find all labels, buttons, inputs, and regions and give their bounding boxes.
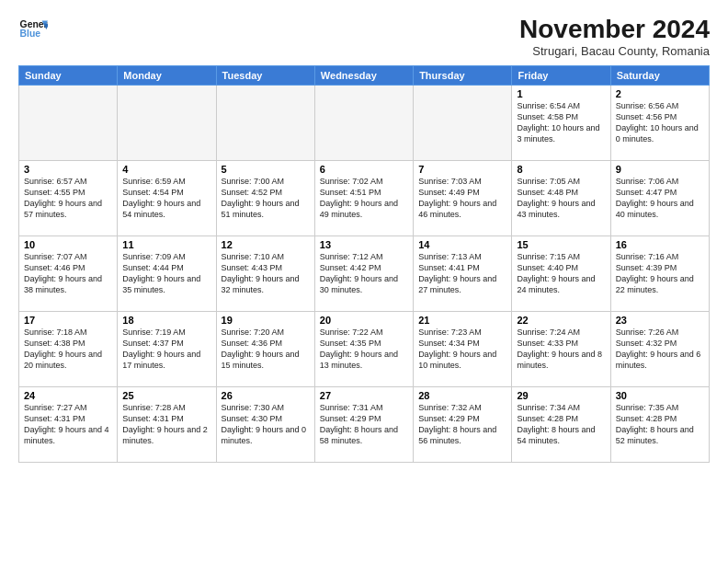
table-row [118,86,216,161]
svg-text:Blue: Blue [20,29,41,39]
table-row: 1Sunrise: 6:54 AMSunset: 4:58 PMDaylight… [512,86,610,161]
header: General Blue November 2024 Strugari, Bac… [18,15,710,58]
day-info: Sunrise: 7:32 AMSunset: 4:29 PMDaylight:… [418,402,506,447]
table-row [414,86,512,161]
col-tuesday: Tuesday [216,66,314,86]
table-row: 26Sunrise: 7:30 AMSunset: 4:30 PMDayligh… [216,387,314,463]
table-row: 8Sunrise: 7:05 AMSunset: 4:48 PMDaylight… [512,161,610,236]
day-number: 30 [616,390,704,401]
day-info: Sunrise: 7:07 AMSunset: 4:46 PMDaylight:… [24,251,112,296]
day-info: Sunrise: 7:28 AMSunset: 4:31 PMDaylight:… [122,402,210,447]
table-row: 22Sunrise: 7:24 AMSunset: 4:33 PMDayligh… [512,312,610,387]
calendar-week-4: 17Sunrise: 7:18 AMSunset: 4:38 PMDayligh… [19,312,710,387]
calendar-header-row: Sunday Monday Tuesday Wednesday Thursday… [19,66,710,86]
day-info: Sunrise: 7:03 AMSunset: 4:49 PMDaylight:… [418,176,506,221]
col-wednesday: Wednesday [314,66,413,86]
calendar-week-1: 1Sunrise: 6:54 AMSunset: 4:58 PMDaylight… [19,86,710,161]
table-row: 12Sunrise: 7:10 AMSunset: 4:43 PMDayligh… [216,236,314,312]
calendar: Sunday Monday Tuesday Wednesday Thursday… [18,65,710,463]
table-row: 19Sunrise: 7:20 AMSunset: 4:36 PMDayligh… [216,312,314,387]
table-row: 24Sunrise: 7:27 AMSunset: 4:31 PMDayligh… [19,387,118,463]
col-friday: Friday [512,66,610,86]
day-number: 5 [222,164,310,175]
calendar-week-3: 10Sunrise: 7:07 AMSunset: 4:46 PMDayligh… [19,236,710,312]
col-saturday: Saturday [610,66,709,86]
day-number: 16 [616,239,704,250]
table-row [19,86,118,161]
table-row: 25Sunrise: 7:28 AMSunset: 4:31 PMDayligh… [118,387,216,463]
table-row: 10Sunrise: 7:07 AMSunset: 4:46 PMDayligh… [19,236,118,312]
day-info: Sunrise: 7:31 AMSunset: 4:29 PMDaylight:… [320,402,408,447]
day-info: Sunrise: 7:18 AMSunset: 4:38 PMDaylight:… [24,327,112,372]
day-info: Sunrise: 7:00 AMSunset: 4:52 PMDaylight:… [222,176,310,221]
day-number: 15 [517,239,605,250]
table-row: 14Sunrise: 7:13 AMSunset: 4:41 PMDayligh… [414,236,512,312]
day-number: 12 [222,239,310,250]
day-number: 22 [517,315,605,326]
day-number: 26 [222,390,310,401]
table-row: 27Sunrise: 7:31 AMSunset: 4:29 PMDayligh… [314,387,413,463]
day-number: 17 [24,315,112,326]
day-info: Sunrise: 6:54 AMSunset: 4:58 PMDaylight:… [517,100,605,145]
day-info: Sunrise: 7:09 AMSunset: 4:44 PMDaylight:… [122,251,210,296]
table-row: 5Sunrise: 7:00 AMSunset: 4:52 PMDaylight… [216,161,314,236]
table-row: 23Sunrise: 7:26 AMSunset: 4:32 PMDayligh… [610,312,709,387]
page: General Blue November 2024 Strugari, Bac… [0,0,728,563]
col-sunday: Sunday [19,66,118,86]
table-row: 16Sunrise: 7:16 AMSunset: 4:39 PMDayligh… [610,236,709,312]
day-info: Sunrise: 7:20 AMSunset: 4:36 PMDaylight:… [222,327,310,372]
day-info: Sunrise: 7:35 AMSunset: 4:28 PMDaylight:… [616,402,704,447]
day-info: Sunrise: 7:34 AMSunset: 4:28 PMDaylight:… [517,402,605,447]
day-info: Sunrise: 6:59 AMSunset: 4:54 PMDaylight:… [122,176,210,221]
day-info: Sunrise: 7:12 AMSunset: 4:42 PMDaylight:… [320,251,408,296]
col-thursday: Thursday [414,66,512,86]
day-number: 13 [320,239,408,250]
table-row: 6Sunrise: 7:02 AMSunset: 4:51 PMDaylight… [314,161,413,236]
table-row: 30Sunrise: 7:35 AMSunset: 4:28 PMDayligh… [610,387,709,463]
calendar-week-2: 3Sunrise: 6:57 AMSunset: 4:55 PMDaylight… [19,161,710,236]
table-row: 17Sunrise: 7:18 AMSunset: 4:38 PMDayligh… [19,312,118,387]
day-number: 2 [616,88,704,99]
day-number: 25 [122,390,210,401]
day-number: 18 [122,315,210,326]
day-info: Sunrise: 7:05 AMSunset: 4:48 PMDaylight:… [517,176,605,221]
day-info: Sunrise: 7:19 AMSunset: 4:37 PMDaylight:… [122,327,210,372]
day-info: Sunrise: 7:30 AMSunset: 4:30 PMDaylight:… [222,402,310,447]
table-row: 13Sunrise: 7:12 AMSunset: 4:42 PMDayligh… [314,236,413,312]
day-info: Sunrise: 6:57 AMSunset: 4:55 PMDaylight:… [24,176,112,221]
day-number: 4 [122,164,210,175]
day-number: 28 [418,390,506,401]
table-row: 18Sunrise: 7:19 AMSunset: 4:37 PMDayligh… [118,312,216,387]
table-row: 21Sunrise: 7:23 AMSunset: 4:34 PMDayligh… [414,312,512,387]
day-number: 3 [24,164,112,175]
day-info: Sunrise: 7:23 AMSunset: 4:34 PMDaylight:… [418,327,506,372]
table-row: 9Sunrise: 7:06 AMSunset: 4:47 PMDaylight… [610,161,709,236]
day-number: 11 [122,239,210,250]
day-number: 19 [222,315,310,326]
day-number: 14 [418,239,506,250]
day-info: Sunrise: 7:16 AMSunset: 4:39 PMDaylight:… [616,251,704,296]
day-info: Sunrise: 7:26 AMSunset: 4:32 PMDaylight:… [616,327,704,372]
col-monday: Monday [118,66,216,86]
logo: General Blue [18,15,48,44]
day-number: 10 [24,239,112,250]
day-number: 23 [616,315,704,326]
table-row: 7Sunrise: 7:03 AMSunset: 4:49 PMDaylight… [414,161,512,236]
title-block: November 2024 Strugari, Bacau County, Ro… [519,15,710,58]
subtitle: Strugari, Bacau County, Romania [519,44,710,58]
day-info: Sunrise: 7:10 AMSunset: 4:43 PMDaylight:… [222,251,310,296]
day-number: 7 [418,164,506,175]
logo-icon: General Blue [18,15,48,44]
day-info: Sunrise: 7:27 AMSunset: 4:31 PMDaylight:… [24,402,112,447]
day-number: 6 [320,164,408,175]
day-info: Sunrise: 7:13 AMSunset: 4:41 PMDaylight:… [418,251,506,296]
day-info: Sunrise: 7:02 AMSunset: 4:51 PMDaylight:… [320,176,408,221]
day-number: 20 [320,315,408,326]
day-number: 29 [517,390,605,401]
table-row: 15Sunrise: 7:15 AMSunset: 4:40 PMDayligh… [512,236,610,312]
table-row: 29Sunrise: 7:34 AMSunset: 4:28 PMDayligh… [512,387,610,463]
day-number: 8 [517,164,605,175]
day-info: Sunrise: 7:22 AMSunset: 4:35 PMDaylight:… [320,327,408,372]
table-row: 28Sunrise: 7:32 AMSunset: 4:29 PMDayligh… [414,387,512,463]
table-row [314,86,413,161]
